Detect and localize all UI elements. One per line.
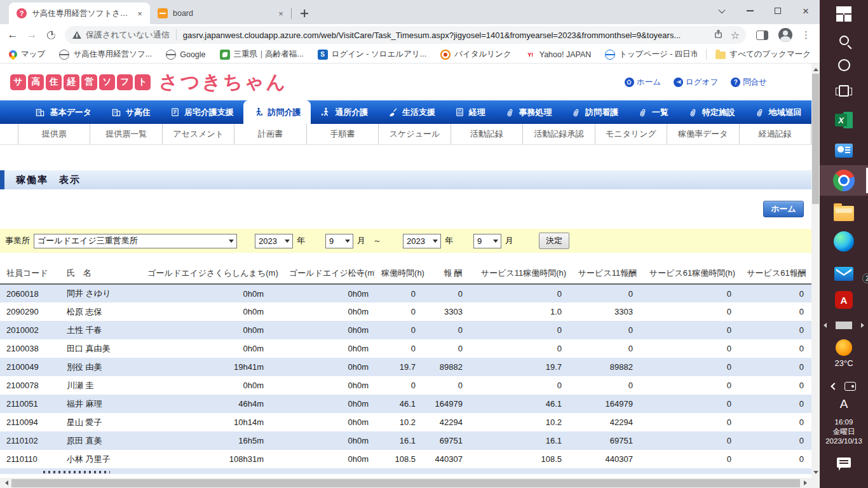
ime-mode-indicator[interactable]: A — [840, 397, 848, 411]
close-button[interactable]: × — [792, 0, 820, 22]
nav-tab[interactable]: 基本データ — [25, 100, 101, 124]
hidden-icons-chevron[interactable] — [831, 383, 837, 390]
main-nav: 基本データサ高住居宅介護支援訪問介護通所介護生活支援経理事務処理訪問看護一覧特定… — [0, 100, 811, 124]
column-header: サービス61稼働時間(h) — [643, 262, 742, 284]
taskbar-clock[interactable]: 16:09 金曜日 2023/10/13 — [825, 417, 862, 446]
reload-button[interactable] — [42, 26, 60, 44]
office-select[interactable]: ゴールドエイジ三重営業所 — [34, 234, 237, 248]
scroll-down-arrow[interactable] — [811, 469, 820, 478]
nav-tab[interactable]: サ高住 — [101, 100, 160, 124]
weather-widget[interactable]: 23°C — [834, 339, 853, 368]
header-link-home[interactable]: ホーム — [625, 77, 661, 88]
table-row: 2100049別役 由美19h41m0h0m19.78988219.789882… — [0, 358, 811, 376]
bookmark-star-icon[interactable]: ☆ — [731, 29, 740, 41]
header-link-qmark[interactable]: ?問合せ — [731, 77, 767, 88]
nav-tab[interactable]: 居宅介護支援 — [160, 100, 243, 124]
vertical-scrollbar[interactable] — [811, 64, 820, 478]
scroll-up-arrow[interactable] — [811, 64, 820, 72]
side-panel-icon[interactable] — [756, 30, 768, 40]
not-secure-icon[interactable] — [72, 31, 81, 39]
bookmark-label: ログイン - ソロエルアリ... — [332, 49, 426, 60]
browser-tab[interactable]: board× — [150, 3, 291, 24]
bookmark-item[interactable]: 三重県｜高齢者福... — [220, 49, 304, 60]
table-cell: 0 — [375, 284, 431, 302]
subnav-item[interactable]: 提供票 — [18, 124, 90, 144]
scroll-left-arrow[interactable] — [0, 478, 10, 488]
bookmark-item[interactable]: トップページ - 四日市... — [605, 49, 697, 60]
table-cell: 2010002 — [0, 321, 60, 339]
bookmark-item[interactable]: Google — [166, 50, 205, 60]
nav-tab[interactable]: 特定施設 — [678, 100, 745, 124]
subnav-item[interactable]: 稼働率データ — [667, 124, 738, 144]
mail-button[interactable]: 2 — [820, 267, 868, 281]
back-button[interactable]: ← — [4, 26, 22, 44]
subnav-item[interactable]: 手順書 — [306, 124, 378, 144]
home-button[interactable]: ホーム — [763, 201, 804, 217]
browser-tab[interactable]: サ高住専用経営ソフトさつきちゃん× — [9, 3, 150, 24]
bookmark-item[interactable]: サ高住専用経営ソフ... — [59, 49, 152, 60]
taskbar-scrollbar[interactable] — [820, 320, 868, 330]
minimize-button[interactable] — [736, 0, 764, 22]
edge-button[interactable] — [820, 221, 868, 252]
nav-tab[interactable]: 訪問看護 — [562, 100, 628, 124]
nav-tab[interactable]: 訪問介護 — [243, 100, 311, 124]
submit-button[interactable]: 決定 — [539, 233, 569, 249]
new-tab-button[interactable] — [296, 5, 313, 22]
taskbar-search-button[interactable] — [820, 22, 868, 45]
file-explorer-button[interactable] — [820, 196, 868, 221]
subnav-item[interactable]: 活動記録承認 — [522, 124, 594, 144]
tray-device-icon[interactable] — [844, 382, 856, 391]
all-bookmarks-button[interactable]: すべてのブックマーク — [706, 49, 811, 60]
cortana-button[interactable] — [820, 45, 868, 71]
bookmark-item[interactable]: マップ — [9, 49, 45, 60]
url-bar[interactable]: 保護されていない通信 gasrv.japanwest.cloudapp.azur… — [65, 26, 746, 44]
bookmark-item[interactable]: ログイン - ソロエルアリ... — [318, 49, 426, 60]
action-center-button[interactable] — [820, 446, 868, 468]
share-icon[interactable] — [714, 29, 723, 41]
maximize-button[interactable] — [764, 0, 792, 22]
tab-close-icon[interactable]: × — [276, 8, 286, 18]
subnav-item[interactable]: 計画書 — [234, 124, 306, 144]
nav-tab[interactable]: 経理 — [445, 100, 495, 124]
horizontal-scroll-thumb[interactable] — [11, 479, 800, 487]
task-view-button[interactable] — [820, 71, 868, 97]
acrobat-button[interactable] — [820, 281, 868, 309]
subnav-item[interactable]: アセスメント — [162, 124, 234, 144]
nav-tab[interactable]: 通所介護 — [311, 100, 378, 124]
profile-avatar[interactable] — [778, 28, 792, 42]
chrome-button[interactable] — [820, 165, 868, 196]
taskbar-scroll-thumb[interactable] — [836, 322, 852, 329]
from-month-select[interactable]: 9 — [325, 234, 353, 248]
scroll-left-icon[interactable] — [821, 323, 827, 328]
scroll-right-arrow[interactable] — [801, 478, 811, 488]
subnav-item[interactable]: モニタリング — [595, 124, 667, 144]
nav-tab[interactable]: 一覧 — [628, 100, 679, 124]
subnav-item[interactable]: 提供票一覧 — [90, 124, 161, 144]
subnav-item[interactable]: 経過記録 — [739, 124, 811, 144]
bookmark-item[interactable]: Yahoo! JAPAN — [526, 50, 592, 60]
tab-search-button[interactable] — [708, 0, 736, 22]
nav-tab[interactable]: 地域巡回 — [745, 100, 811, 124]
tab-close-icon[interactable]: × — [135, 8, 145, 18]
forward-button[interactable]: → — [23, 26, 41, 44]
table-cell: 0 — [375, 302, 431, 321]
horizontal-scrollbar[interactable] — [0, 478, 811, 488]
security-label[interactable]: 保護されていない通信 — [86, 29, 177, 41]
to-month-select[interactable]: 9 — [473, 234, 501, 248]
nav-tab[interactable]: 生活支援 — [378, 100, 445, 124]
system-app-button[interactable] — [820, 130, 868, 158]
scroll-right-icon[interactable] — [861, 323, 867, 328]
nav-tab[interactable]: 事務処理 — [495, 100, 562, 124]
excel-button[interactable] — [820, 97, 868, 130]
from-year-select[interactable]: 2023 — [255, 234, 293, 248]
browser-menu-icon[interactable]: ⋮ — [797, 29, 815, 41]
to-year-select[interactable]: 2023 — [403, 234, 441, 248]
subnav-item[interactable]: 活動記録 — [451, 124, 522, 144]
vertical-scroll-thumb[interactable] — [812, 74, 819, 204]
start-button[interactable] — [820, 0, 868, 22]
nav-tab-label: サ高住 — [126, 107, 151, 118]
bookmark-item[interactable]: バイタルリンク — [440, 49, 512, 60]
header-link-logoff[interactable]: ログオフ — [674, 77, 718, 88]
url-text[interactable]: gasrv.japanwest.cloudapp.azure.com/web/V… — [183, 30, 706, 40]
subnav-item[interactable]: スケジュール — [378, 124, 450, 144]
